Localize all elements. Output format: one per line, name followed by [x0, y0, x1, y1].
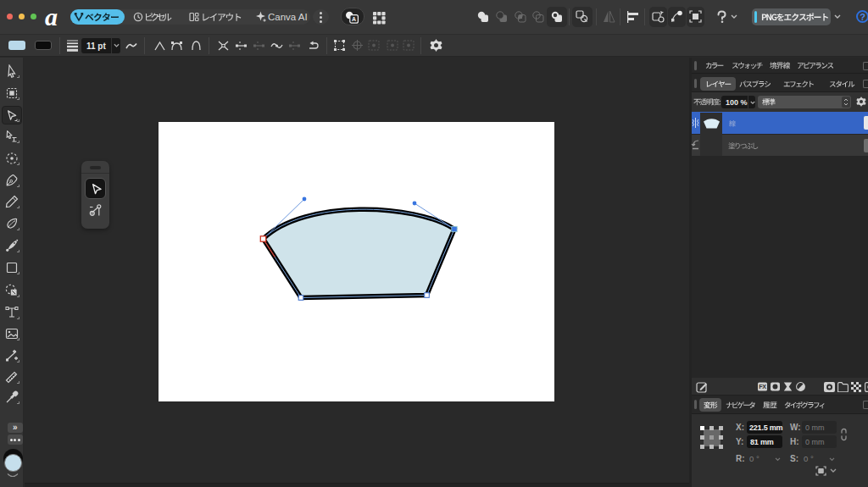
svg-text:A: A [352, 16, 356, 22]
svg-text:FX: FX [759, 383, 766, 390]
